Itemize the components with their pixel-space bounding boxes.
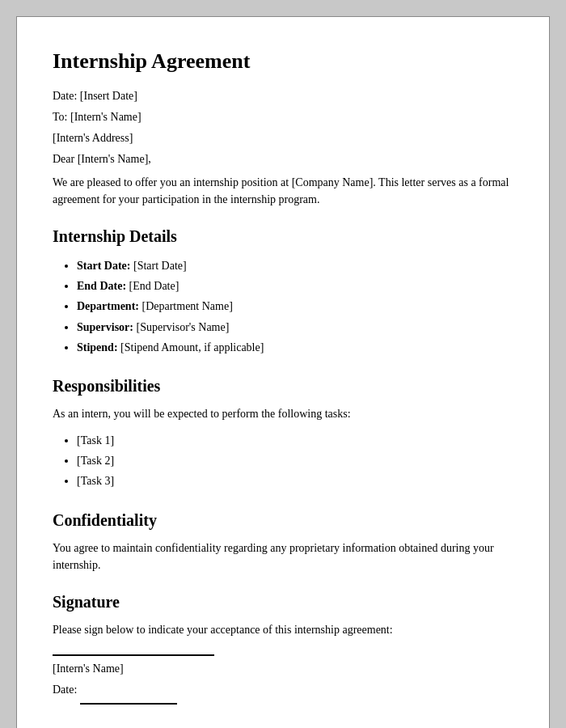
list-item: [Task 3]	[77, 471, 513, 491]
tasks-list: [Task 1] [Task 2] [Task 3]	[53, 430, 513, 492]
details-list: Start Date: [Start Date] End Date: [End …	[53, 256, 513, 358]
list-item: Start Date: [Start Date]	[77, 256, 513, 276]
to-field: To: [Intern's Name]	[53, 111, 513, 124]
detail-label-1: End Date:	[77, 280, 126, 292]
detail-label-4: Stipend:	[77, 341, 118, 353]
list-item: [Task 1]	[77, 430, 513, 451]
document-title: Internship Agreement	[53, 49, 513, 74]
detail-label-0: Start Date:	[77, 260, 130, 272]
detail-value-3: [Supervisor's Name]	[137, 321, 230, 333]
detail-value-1: [End Date]	[129, 280, 180, 292]
signature-heading: Signature	[53, 593, 513, 612]
responsibilities-intro: As an intern, you will be expected to pe…	[53, 405, 513, 422]
detail-value-4: [Stipend Amount, if applicable]	[120, 341, 264, 353]
date-field: Date: [Insert Date]	[53, 90, 513, 103]
intern-name-label: [Intern's Name]	[53, 662, 513, 675]
signature-line	[53, 654, 214, 656]
dear-field: Dear [Intern's Name],	[53, 153, 513, 166]
date-row: Date:	[53, 684, 513, 705]
responsibilities-heading: Responsibilities	[53, 377, 513, 396]
detail-value-2: [Department Name]	[142, 300, 232, 312]
document-container: Internship Agreement Date: [Insert Date]…	[16, 16, 550, 728]
detail-label-3: Supervisor:	[77, 321, 133, 333]
date-signature-line	[80, 692, 177, 705]
list-item: Supervisor: [Supervisor's Name]	[77, 317, 513, 337]
signature-intro: Please sign below to indicate your accep…	[53, 621, 513, 638]
list-item: [Task 2]	[77, 451, 513, 471]
detail-label-2: Department:	[77, 300, 139, 312]
list-item: Department: [Department Name]	[77, 296, 513, 316]
list-item: Stipend: [Stipend Amount, if applicable]	[77, 337, 513, 358]
address-field: [Intern's Address]	[53, 132, 513, 145]
confidentiality-heading: Confidentiality	[53, 511, 513, 530]
confidentiality-text: You agree to maintain confidentiality re…	[53, 540, 513, 574]
detail-value-0: [Start Date]	[133, 260, 187, 272]
date-label: Date:	[53, 684, 77, 696]
list-item: End Date: [End Date]	[77, 276, 513, 296]
details-heading: Internship Details	[53, 227, 513, 246]
intro-text: We are pleased to offer you an internshi…	[53, 174, 513, 208]
